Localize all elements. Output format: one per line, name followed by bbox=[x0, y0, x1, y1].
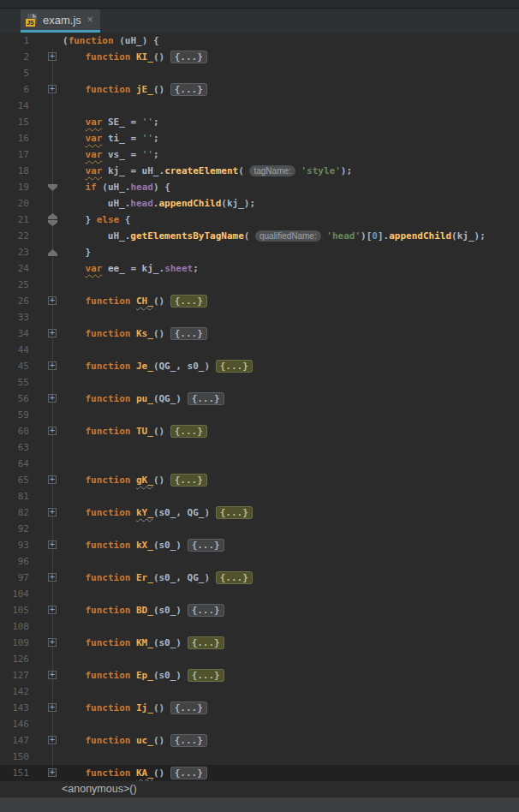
code-line-2[interactable]: 2+function KI_() {...} bbox=[0, 49, 519, 65]
code-text[interactable]: } else { bbox=[85, 212, 130, 228]
fold-expand-icon[interactable]: + bbox=[48, 49, 58, 65]
code-text[interactable]: function kX_(s0_) {...} bbox=[85, 537, 224, 553]
code-line-63[interactable]: 63 bbox=[0, 439, 519, 456]
code-line-44[interactable]: 44 bbox=[0, 342, 519, 358]
code-line-81[interactable]: 81 bbox=[0, 488, 519, 505]
folded-region[interactable]: {...} bbox=[170, 51, 207, 63]
folded-region[interactable]: {...} bbox=[216, 571, 253, 584]
code-line-15[interactable]: 15var SE_ = ''; bbox=[0, 114, 519, 130]
fold-expand-icon[interactable]: + bbox=[48, 635, 58, 651]
code-line-65[interactable]: 65+function gK_() {...} bbox=[0, 472, 519, 488]
fold-arrow-icon[interactable] bbox=[48, 212, 58, 228]
code-text[interactable]: function TU_() {...} bbox=[85, 423, 206, 439]
fold-expand-icon[interactable]: + bbox=[48, 700, 58, 716]
code-line-20[interactable]: 20uH_.head.appendChild(kj_); bbox=[0, 195, 519, 212]
code-line-55[interactable]: 55 bbox=[0, 374, 519, 391]
fold-expand-icon[interactable]: + bbox=[48, 358, 58, 374]
code-text[interactable]: function Ep_(s0_) {...} bbox=[85, 667, 224, 684]
folded-region[interactable]: {...} bbox=[188, 539, 224, 552]
code-line-104[interactable]: 104 bbox=[0, 586, 519, 602]
code-text[interactable]: function KI_() {...} bbox=[85, 49, 206, 65]
code-line-17[interactable]: 17var vs_ = ''; bbox=[0, 146, 519, 163]
folded-region[interactable]: {...} bbox=[216, 506, 253, 519]
code-text[interactable]: function Je_(QG_, s0_) {...} bbox=[85, 358, 252, 374]
folded-region[interactable]: {...} bbox=[188, 669, 224, 682]
fold-expand-icon[interactable]: + bbox=[48, 325, 58, 342]
folded-region[interactable]: {...} bbox=[188, 604, 224, 617]
code-text[interactable]: (function (uH_) { bbox=[63, 33, 159, 49]
code-line-96[interactable]: 96 bbox=[0, 553, 519, 570]
fold-arrow-icon[interactable] bbox=[48, 179, 58, 195]
code-line-34[interactable]: 34+function Ks_() {...} bbox=[0, 325, 519, 342]
code-line-109[interactable]: 109+function KM_(s0_) {...} bbox=[0, 635, 519, 651]
code-line-93[interactable]: 93+function kX_(s0_) {...} bbox=[0, 537, 519, 553]
code-line-59[interactable]: 59 bbox=[0, 407, 519, 423]
code-line-146[interactable]: 146 bbox=[0, 716, 519, 732]
code-text[interactable]: function CH_() {...} bbox=[85, 293, 206, 309]
folded-region[interactable]: {...} bbox=[170, 295, 207, 307]
code-line-5[interactable]: 5 bbox=[0, 65, 519, 81]
code-line-147[interactable]: 147+function uc_() {...} bbox=[0, 732, 519, 749]
fold-expand-icon[interactable]: + bbox=[48, 391, 58, 407]
code-text[interactable]: function Er_(s0_, QG_) {...} bbox=[85, 570, 252, 586]
code-text[interactable]: var ti_ = ''; bbox=[85, 130, 158, 146]
folded-region[interactable]: {...} bbox=[216, 360, 253, 373]
tab-close-icon[interactable]: × bbox=[87, 15, 93, 25]
folded-region[interactable]: {...} bbox=[170, 734, 207, 747]
code-editor[interactable]: 1(function (uH_) {2+function KI_() {...}… bbox=[0, 33, 519, 781]
folded-region[interactable]: {...} bbox=[170, 327, 207, 340]
code-line-16[interactable]: 16var ti_ = ''; bbox=[0, 130, 519, 146]
code-line-108[interactable]: 108 bbox=[0, 618, 519, 635]
code-line-25[interactable]: 25 bbox=[0, 277, 519, 293]
code-text[interactable]: function uc_() {...} bbox=[85, 732, 206, 749]
folded-region[interactable]: {...} bbox=[188, 636, 224, 649]
breadcrumb-anonymous[interactable]: <anonymous>() bbox=[62, 783, 137, 795]
code-text[interactable]: function KA_() {...} bbox=[85, 765, 206, 781]
code-text[interactable]: var SE_ = ''; bbox=[85, 114, 158, 130]
code-line-142[interactable]: 142 bbox=[0, 684, 519, 700]
fold-expand-icon[interactable]: + bbox=[48, 293, 58, 309]
code-text[interactable]: uH_.head.appendChild(kj_); bbox=[108, 195, 255, 212]
code-text[interactable]: function Ij_() {...} bbox=[85, 700, 206, 716]
code-line-64[interactable]: 64 bbox=[0, 456, 519, 472]
code-line-60[interactable]: 60+function TU_() {...} bbox=[0, 423, 519, 439]
code-text[interactable]: function kY_(s0_, QG_) {...} bbox=[85, 505, 252, 521]
fold-expand-icon[interactable]: + bbox=[48, 505, 58, 521]
folded-region[interactable]: {...} bbox=[170, 767, 207, 779]
folded-region[interactable]: {...} bbox=[170, 702, 207, 714]
code-line-56[interactable]: 56+function pu_(QG_) {...} bbox=[0, 391, 519, 407]
code-line-127[interactable]: 127+function Ep_(s0_) {...} bbox=[0, 667, 519, 684]
code-text[interactable]: var vs_ = ''; bbox=[85, 146, 158, 163]
fold-expand-icon[interactable]: + bbox=[48, 732, 58, 749]
fold-expand-icon[interactable]: + bbox=[48, 570, 58, 586]
code-text[interactable]: if (uH_.head) { bbox=[85, 179, 170, 195]
tab-exam-js[interactable]: JS exam.js × bbox=[21, 9, 100, 33]
code-line-126[interactable]: 126 bbox=[0, 651, 519, 667]
folded-region[interactable]: {...} bbox=[170, 425, 207, 438]
fold-expand-icon[interactable]: + bbox=[48, 423, 58, 439]
code-line-150[interactable]: 150 bbox=[0, 749, 519, 765]
code-line-18[interactable]: 18var kj_ = uH_.createElement( tagName: … bbox=[0, 163, 519, 179]
fold-expand-icon[interactable]: + bbox=[48, 472, 58, 488]
code-line-82[interactable]: 82+function kY_(s0_, QG_) {...} bbox=[0, 505, 519, 521]
code-line-1[interactable]: 1(function (uH_) { bbox=[0, 33, 519, 49]
code-line-6[interactable]: 6+function jE_() {...} bbox=[0, 81, 519, 98]
code-text[interactable]: var kj_ = uH_.createElement( tagName: 's… bbox=[85, 163, 352, 179]
code-text[interactable]: uH_.getElementsByTagName( qualifiedName:… bbox=[108, 228, 486, 244]
code-line-105[interactable]: 105+function BD_(s0_) {...} bbox=[0, 602, 519, 618]
code-text[interactable]: function BD_(s0_) {...} bbox=[85, 602, 224, 618]
folded-region[interactable]: {...} bbox=[170, 474, 207, 487]
fold-arrow-icon[interactable] bbox=[48, 244, 58, 260]
code-text[interactable]: } bbox=[85, 244, 91, 260]
code-line-143[interactable]: 143+function Ij_() {...} bbox=[0, 700, 519, 716]
code-text[interactable]: function jE_() {...} bbox=[85, 81, 206, 98]
code-line-92[interactable]: 92 bbox=[0, 521, 519, 537]
fold-expand-icon[interactable]: + bbox=[48, 765, 58, 781]
code-line-33[interactable]: 33 bbox=[0, 309, 519, 325]
fold-expand-icon[interactable]: + bbox=[48, 537, 58, 553]
code-line-151[interactable]: 151+function KA_() {...} bbox=[0, 765, 519, 781]
code-line-23[interactable]: 23} bbox=[0, 244, 519, 260]
code-line-14[interactable]: 14 bbox=[0, 98, 519, 114]
code-line-21[interactable]: 21} else { bbox=[0, 212, 519, 228]
code-text[interactable]: var ee_ = kj_.sheet; bbox=[85, 260, 198, 277]
